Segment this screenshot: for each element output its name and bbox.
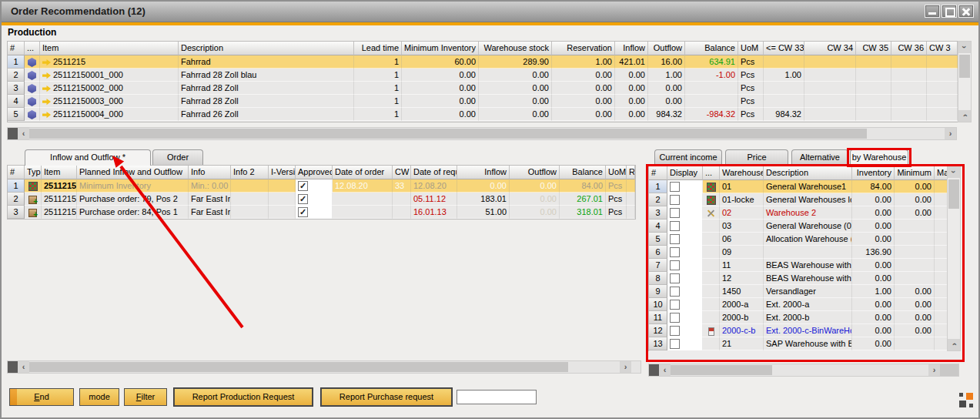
cell-dots[interactable] (703, 272, 720, 285)
column-header-description[interactable]: Description (179, 42, 354, 55)
cell-display[interactable] (667, 180, 703, 193)
scroll-up-button[interactable]: › (958, 42, 971, 53)
cell-inventory[interactable]: 0.00 (852, 220, 895, 233)
link-arrow-icon[interactable] (42, 59, 51, 66)
column-header-description[interactable]: Description (764, 166, 852, 180)
row-number-cell[interactable]: 1 (8, 55, 25, 69)
cell-min_inventory[interactable]: 0.00 (402, 95, 479, 108)
cell-minimum[interactable] (895, 220, 935, 233)
cell-description[interactable]: Fahrrad 26 Zoll (179, 108, 354, 121)
cell-item[interactable]: 2511215 (40, 55, 179, 69)
row-number-cell[interactable]: 9 (649, 285, 667, 298)
cell-display[interactable] (667, 285, 703, 298)
cell-balance[interactable]: 318.01 (560, 206, 606, 219)
display-checkbox[interactable] (670, 221, 680, 231)
cell-dots[interactable] (703, 220, 720, 233)
cell-inflow[interactable]: 51.00 (457, 206, 510, 219)
row-number-cell[interactable]: 11 (649, 311, 667, 324)
cell-uom[interactable]: Pcs (606, 179, 627, 193)
cell-date_of_order[interactable]: 12.08.20 (333, 179, 393, 193)
table-row[interactable]: 112000-bExt. 2000-b0.000.00 (649, 311, 948, 324)
cell-dots[interactable] (25, 55, 40, 69)
tab-by-warehouse[interactable]: by Warehouse (850, 149, 908, 166)
minimize-button[interactable] (925, 5, 940, 18)
cell-cw[interactable] (393, 206, 411, 219)
cell-outflow[interactable]: 0.00 (510, 179, 560, 193)
cell-ma[interactable] (935, 272, 948, 285)
cell-ma[interactable] (935, 298, 948, 311)
table-row[interactable]: 403General Warehouse (03)0.00 (649, 220, 948, 233)
cell-dots[interactable] (25, 82, 40, 95)
cell-date_of_order[interactable] (333, 193, 393, 206)
cell-ma[interactable] (935, 259, 948, 272)
end-button[interactable]: End (9, 388, 74, 406)
tab-current-income[interactable]: Current income (654, 149, 722, 166)
cell-description[interactable]: Fahrrad (179, 55, 354, 69)
cell-warehouse[interactable]: 1450 (720, 285, 764, 298)
column-header-inventory[interactable]: Inventory (852, 166, 895, 180)
row-number-cell[interactable]: 5 (649, 233, 667, 246)
column-header-num[interactable]: # (649, 166, 667, 180)
cell-item[interactable]: 25112150001_000 (40, 69, 179, 82)
table-row[interactable]: 3+2511215Purchase order: 84, Pos 1Far Ea… (8, 206, 635, 219)
cell-item[interactable]: 2511215 (42, 206, 77, 219)
cell-minimum[interactable]: 0.00 (895, 311, 935, 324)
cell-warehouse_stock[interactable]: 0.00 (479, 82, 552, 95)
column-header-dots[interactable]: ... (703, 166, 720, 180)
scroll-track[interactable] (958, 53, 971, 110)
cell-balance[interactable] (685, 82, 738, 95)
approved-checkbox[interactable]: ✓ (298, 207, 308, 217)
cell-item[interactable]: 25112150002_000 (40, 82, 179, 95)
cell-description[interactable]: Allocation Warehouse (06 (764, 233, 852, 246)
column-header-inflow[interactable]: Inflow (457, 166, 510, 179)
column-header-date_of_order[interactable]: Date of order (333, 166, 393, 179)
cell-info2[interactable] (231, 206, 269, 219)
cell-outflow[interactable]: 1.00 (648, 69, 685, 82)
table-row[interactable]: 225112150001_000Fahrrad 28 Zoll blau10.0… (8, 69, 958, 82)
cell-inventory[interactable]: 0.00 (852, 298, 895, 311)
cell-description[interactable]: BEAS Warehouse with Bin (764, 259, 852, 272)
cell-minimum[interactable]: 0.00 (895, 206, 935, 220)
cell-inflow[interactable]: 183.01 (457, 193, 510, 206)
cell-inventory[interactable]: 136.90 (852, 246, 895, 259)
column-header-inflow[interactable]: Inflow (615, 42, 648, 55)
cell-approved[interactable]: ✓ (296, 179, 333, 193)
table-row[interactable]: 425112150003_000Fahrrad 28 Zoll10.000.00… (8, 95, 958, 108)
link-arrow-icon[interactable] (42, 72, 51, 79)
column-header-warehouse_stock[interactable]: Warehouse stock (479, 42, 552, 55)
cell-item[interactable]: 2511215 (42, 193, 77, 206)
table-row[interactable]: 201-lockeGeneral Warehouses locke0.000.0… (649, 193, 948, 206)
cell-inflow[interactable]: 0.00 (615, 108, 648, 121)
cell-item[interactable]: 2511215 (42, 179, 77, 193)
scroll-down-button[interactable]: › (958, 110, 971, 122)
row-number-cell[interactable]: 8 (649, 272, 667, 285)
column-header-num[interactable]: # (8, 42, 25, 55)
cell-outflow[interactable]: 0.00 (510, 206, 560, 219)
column-header-warehouse[interactable]: Warehouse (720, 166, 764, 180)
cell-display[interactable] (667, 233, 703, 246)
scroll-right-button[interactable]: › (620, 361, 631, 373)
column-header-reservation[interactable]: Reservation (552, 42, 615, 55)
row-number-cell[interactable]: 1 (649, 180, 667, 193)
display-checkbox[interactable] (670, 247, 680, 257)
table-row[interactable]: 12511215Minimum InventoryMin.: 0.00✓12.0… (8, 179, 635, 193)
cell-cw33[interactable]: 984.32 (764, 108, 804, 121)
cell-ma[interactable] (935, 233, 948, 246)
cell-warehouse[interactable]: 02 (720, 206, 764, 220)
column-header-iversion[interactable]: I-Version (269, 166, 296, 179)
cell-dots[interactable] (703, 337, 720, 350)
cell-dots[interactable] (703, 324, 720, 337)
scroll-right-button[interactable]: › (928, 364, 940, 376)
cell-warehouse[interactable]: 12 (720, 272, 764, 285)
cell-uom[interactable]: Pcs (738, 55, 764, 69)
cell-cw35[interactable] (856, 55, 891, 69)
display-checkbox[interactable] (670, 339, 680, 349)
scroll-up-button[interactable]: › (948, 166, 960, 178)
scroll-track[interactable] (948, 178, 960, 339)
cell-dots[interactable] (703, 233, 720, 246)
tab-order[interactable]: Order (152, 149, 203, 166)
table-row[interactable]: 812BEAS Warehouse with Bin0.00 (649, 272, 948, 285)
cell-res[interactable] (627, 206, 635, 219)
cell-description[interactable]: Ext. 2000-c-BinWareHouse (764, 324, 852, 337)
table-row[interactable]: 12511215Fahrrad160.00289.901.00421.0116.… (8, 55, 958, 69)
